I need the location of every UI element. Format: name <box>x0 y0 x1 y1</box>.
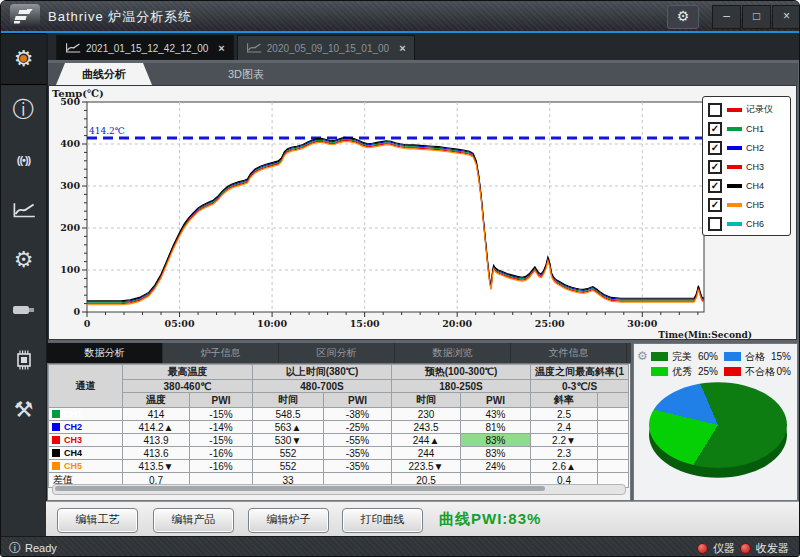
title-bar[interactable]: Bathrive 炉温分析系统 ⚙ – □ × <box>1 1 799 31</box>
table-row-CH1[interactable]: CH1414-15%548.5-38%23043%2.5 <box>49 408 629 421</box>
sidebar-item-preferences[interactable]: ⚙ <box>1 235 46 285</box>
legend-item-CH5: ✓CH5 <box>708 195 790 214</box>
app-title: Bathrive 炉温分析系统 <box>48 8 192 26</box>
pie-legend-label: 优秀 <box>672 365 692 379</box>
analysis-tab-1[interactable]: 炉子信息 <box>163 343 279 363</box>
data-cell: -16% <box>190 447 253 460</box>
legend-checkbox[interactable] <box>708 103 722 117</box>
pie-legend-pct: 0% <box>777 366 797 377</box>
legend-color-line <box>727 203 742 207</box>
scrollbar-thumb[interactable] <box>55 486 545 491</box>
sidebar-item-settings[interactable]: ⚙ <box>1 33 46 85</box>
analysis-tab-bar: 数据分析炉子信息区间分析数据浏览文件信息 <box>47 343 631 363</box>
table-row-CH2[interactable]: CH2414.2▲-14%563▲-25%243.581%2.4 <box>49 421 629 434</box>
data-cell: 81% <box>461 421 531 434</box>
channel-swatch <box>52 423 60 431</box>
data-cell: 563▲ <box>253 421 324 434</box>
pie-settings-gear-icon[interactable]: ⚙ <box>637 349 648 363</box>
minimize-button[interactable]: – <box>712 5 741 29</box>
data-cell: 2.5 <box>531 408 598 421</box>
sidebar-item-curves[interactable] <box>1 185 46 235</box>
close-button[interactable]: × <box>772 5 800 29</box>
legend-checkbox[interactable]: ✓ <box>708 179 722 193</box>
maximize-button[interactable]: □ <box>742 5 771 29</box>
channel-label: CH2 <box>64 422 82 432</box>
legend-checkbox[interactable]: ✓ <box>708 141 722 155</box>
group-range-0: 380-460℃ <box>123 380 253 393</box>
legend-label: 记录仪 <box>746 103 773 116</box>
view-tab-1[interactable]: 3D图表 <box>198 63 294 85</box>
legend-color-line <box>727 184 742 188</box>
channel-cell-CH4[interactable]: CH4 <box>49 447 123 460</box>
data-cell: -16% <box>190 460 253 473</box>
action-button-2[interactable]: 编辑炉子 <box>248 508 329 533</box>
tools-icon: ⚒ <box>14 399 34 421</box>
logo-lightning-icon <box>14 8 36 24</box>
sidebar-item-transmitter[interactable]: ((•)) <box>1 135 46 185</box>
table-row-CH3[interactable]: CH3413.9-15%530▼-55%244▲83%2.2▼ <box>49 434 629 447</box>
status-devices: 仪器收发器 <box>697 541 789 556</box>
sidebar-item-info[interactable]: ⓘ <box>1 85 46 135</box>
legend-item-记录仪: 记录仪 <box>708 100 790 119</box>
analysis-tab-4[interactable]: 文件信息 <box>511 343 627 363</box>
view-tab-bar: 曲线分析3D图表 <box>48 63 798 85</box>
action-button-1[interactable]: 编辑产品 <box>153 508 234 533</box>
legend-checkbox[interactable]: ✓ <box>708 122 722 136</box>
svg-text:0: 0 <box>73 306 80 317</box>
sub-col-header: 时间 <box>392 393 461 408</box>
file-tab-0[interactable]: 2021_01_15_12_42_12_00× <box>56 35 234 60</box>
analysis-tab-3[interactable]: 数据浏览 <box>395 343 511 363</box>
sidebar: ⚙ⓘ((•))⚙⚒ <box>1 33 48 536</box>
pie-legend-合格: 合格15% <box>724 350 797 364</box>
sub-col-header: PWI <box>190 393 253 408</box>
channel-label: CH5 <box>64 461 82 471</box>
view-tab-0[interactable]: 曲线分析 <box>56 63 152 85</box>
legend-color-line <box>727 127 742 131</box>
data-cell: -14% <box>190 421 253 434</box>
legend-color-line <box>727 108 742 112</box>
channel-cell-CH5[interactable]: CH5 <box>49 460 123 473</box>
gear-outline-icon: ⚙ <box>14 249 34 271</box>
pie-legend-完美: 完美60% <box>651 350 724 364</box>
data-cell: 413.6 <box>123 447 190 460</box>
channel-label: CH3 <box>64 435 82 445</box>
channel-cell-CH2[interactable]: CH2 <box>49 421 123 434</box>
titlebar-settings-button[interactable]: ⚙ <box>667 5 699 29</box>
sidebar-item-tools[interactable]: ⚒ <box>1 385 46 435</box>
pie-legend: 完美60%合格15%优秀25%不合格0% <box>651 349 797 379</box>
usb-icon <box>12 302 36 318</box>
close-tab-icon[interactable]: × <box>399 42 405 54</box>
analysis-tab-2[interactable]: 区间分析 <box>279 343 395 363</box>
close-tab-icon[interactable]: × <box>218 42 224 54</box>
legend-checkbox[interactable]: ✓ <box>708 198 722 212</box>
group-header-0: 最高温度 <box>123 365 253 380</box>
sub-col-header: 温度 <box>123 393 190 408</box>
channel-cell-CH1[interactable]: CH1 <box>49 408 123 421</box>
action-button-0[interactable]: 编辑工艺 <box>57 508 138 533</box>
svg-text:05:00: 05:00 <box>165 318 195 329</box>
group-header-1: 以上时间(380℃) <box>253 365 392 380</box>
legend-color-line <box>727 222 742 226</box>
curve-tab-icon <box>246 42 262 54</box>
svg-text:25:00: 25:00 <box>535 318 565 329</box>
svg-text:400: 400 <box>60 138 80 149</box>
legend-checkbox[interactable] <box>708 217 722 231</box>
pie-legend-pct: 60% <box>698 351 724 362</box>
sidebar-item-usb-device[interactable] <box>1 285 46 335</box>
file-tab-label: 2020_05_09_10_15_01_00 <box>267 43 389 54</box>
data-cell: -15% <box>190 434 253 447</box>
action-button-3[interactable]: 打印曲线 <box>342 508 423 533</box>
sidebar-item-chip[interactable] <box>1 335 46 385</box>
table-row-CH4[interactable]: CH4413.6-16%552-35%24483%2.3 <box>49 447 629 460</box>
data-cell: -15% <box>190 408 253 421</box>
table-row-CH5[interactable]: CH5413.5▼-16%552-35%223.5▼24%2.6▲ <box>49 460 629 473</box>
curve-chart-icon <box>12 202 36 219</box>
horizontal-scrollbar[interactable] <box>52 484 626 495</box>
pie-legend-swatch <box>651 367 668 376</box>
legend-checkbox[interactable]: ✓ <box>708 160 722 174</box>
channel-cell-CH3[interactable]: CH3 <box>49 434 123 447</box>
file-tab-1[interactable]: 2020_05_09_10_15_01_00× <box>237 35 415 60</box>
analysis-tab-0[interactable]: 数据分析 <box>47 343 163 363</box>
sub-col-header: PWI <box>461 393 531 408</box>
analysis-table-panel: 通道最高温度以上时间(380℃)预热(100-300℃)温度之间最高斜率(138… <box>47 363 631 501</box>
